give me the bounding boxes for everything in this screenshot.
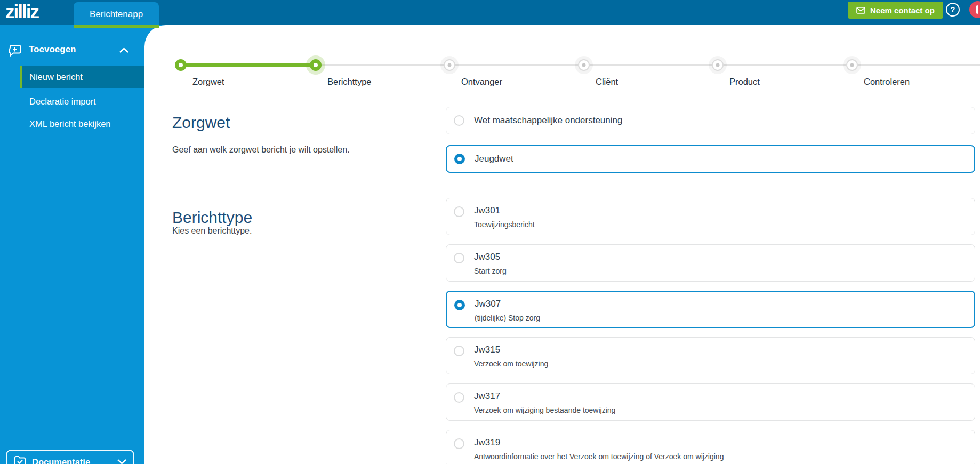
envelope-icon [856,7,865,14]
contact-button-label: Neem contact op [870,6,935,15]
sidebar-item-nieuw-bericht[interactable]: Nieuw bericht [20,66,144,88]
add-message-icon [8,43,22,59]
avatar-initial [976,5,978,14]
option-card-jw307[interactable]: Jw307 (tijdelijke) Stop zorg [446,291,975,328]
radio-selected-icon[interactable] [454,154,465,164]
stepper-progress [181,63,316,67]
radio-unselected-icon[interactable] [454,392,464,403]
sidebar-group-label: Toevoegen [29,44,76,55]
option-sublabel: Start zorg [474,266,507,276]
sidebar-group-toevoegen[interactable]: Toevoegen [0,39,144,61]
active-tab-indicator [74,25,159,28]
tab-berichtenapp[interactable]: Berichtenapp [74,2,159,25]
sidebar-item-xml-bericht-bekijken[interactable]: XML bericht bekijken [20,113,144,135]
step-label-client: Cliënt [596,77,618,87]
section-title-berichttype: Berichttype [172,209,252,227]
option-label: Jw301 [474,205,535,217]
radio-selected-icon[interactable] [454,300,465,310]
chevron-up-icon[interactable] [119,46,128,55]
sidebar-item-declaratie-import[interactable]: Declaratie import [20,90,144,113]
option-card-jw315[interactable]: Jw315 Verzoek om toewijzing [446,337,975,374]
radio-unselected-icon[interactable] [454,253,464,263]
documentation-icon [14,455,26,464]
option-label: Jw319 [474,437,724,449]
option-card-jw301[interactable]: Jw301 Toewijzingsbericht [446,198,975,235]
contact-button[interactable]: Neem contact op [848,2,943,19]
section-divider [144,99,980,99]
option-card-jw317[interactable]: Jw317 Verzoek om wijziging bestaande toe… [446,383,975,421]
section-title-zorgwet: Zorgwet [172,114,230,132]
main-panel: Zorgwet Berichttype Ontvanger Cliënt Pro… [144,25,980,464]
option-sublabel: Toewijzingsbericht [474,219,535,230]
step-label-ontvanger: Ontvanger [461,77,502,87]
step-dot-ontvanger[interactable] [444,59,455,71]
radio-unselected-icon[interactable] [454,346,464,356]
option-label: Wet maatschappelijke ondersteuning [474,115,622,126]
option-label: Jw305 [474,251,507,263]
sidebar-item-label: Nieuw bericht [20,66,144,88]
section-divider [144,186,980,186]
section-desc-zorgwet: Geef aan welk zorgwet bericht je wilt op… [172,145,350,155]
sidebar: Toevoegen Nieuw bericht Declaratie impor… [0,0,144,464]
option-label: Jw317 [474,390,615,402]
option-card-jw319[interactable]: Jw319 Antwoordinformatie over het Verzoe… [446,430,975,464]
option-label: Jeugdwet [475,153,513,165]
step-dot-product[interactable] [712,59,724,71]
option-sublabel: Verzoek om toewijzing [474,358,548,369]
step-label-zorgwet: Zorgwet [192,77,224,87]
zilliz-logo[interactable]: zilliz [5,1,38,22]
step-label-controleren: Controleren [864,77,910,87]
sidebar-item-label: Declaratie import [20,90,144,113]
radio-unselected-icon[interactable] [454,206,464,217]
sidebar-item-label: XML bericht bekijken [20,113,144,135]
option-sublabel: Verzoek om wijziging bestaande toewijzin… [474,405,615,415]
help-icon[interactable]: ? [946,3,960,17]
step-label-product: Product [729,77,760,87]
option-label: Jw315 [474,344,548,356]
radio-unselected-icon[interactable] [454,438,464,449]
step-label-berichttype: Berichttype [327,77,372,87]
option-card-wmo[interactable]: Wet maatschappelijke ondersteuning [446,107,975,134]
step-dot-controleren[interactable] [846,59,858,71]
option-card-jw305[interactable]: Jw305 Start zorg [446,244,975,282]
documentation-label: Documentatie [32,457,90,464]
option-sublabel: (tijdelijke) Stop zorg [475,313,540,323]
step-dot-client[interactable] [578,59,590,71]
section-desc-berichttype: Kies een berichttype. [172,226,252,236]
step-dot-berichttype[interactable] [310,59,322,71]
chevron-down-icon[interactable] [117,457,126,464]
option-sublabel: Antwoordinformatie over het Verzoek om t… [474,451,724,462]
option-card-jeugdwet[interactable]: Jeugdwet [446,145,975,173]
radio-unselected-icon[interactable] [454,115,464,126]
option-label: Jw307 [475,298,540,310]
documentation-button[interactable]: Documentatie [6,450,134,464]
step-dot-zorgwet[interactable] [175,59,187,71]
